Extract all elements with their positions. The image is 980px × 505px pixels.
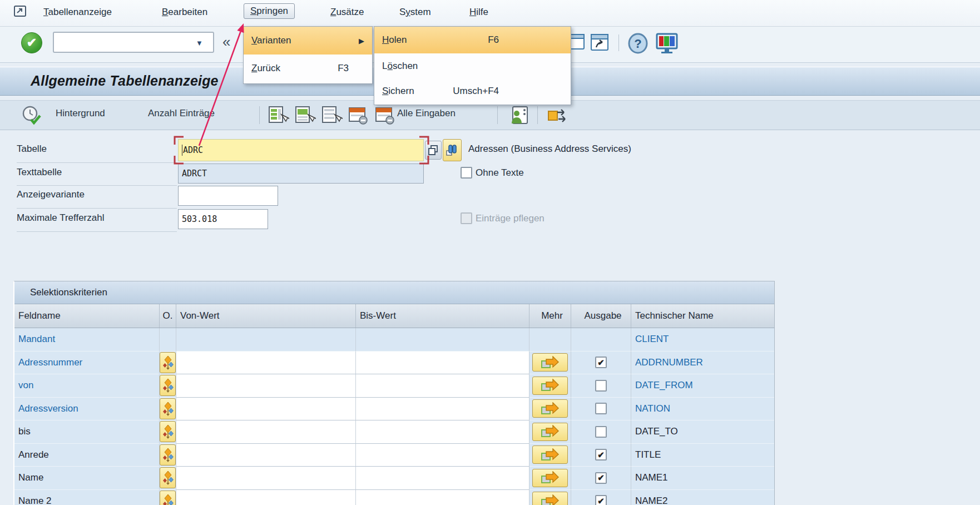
delete-selection-icon[interactable] (348, 106, 369, 127)
bis-wert-input[interactable] (356, 490, 529, 505)
von-wert-input[interactable] (176, 374, 356, 398)
menu-item-zurueck[interactable]: Zurück F3 (244, 55, 372, 82)
selection-options-button[interactable] (160, 421, 176, 442)
output-checkbox[interactable]: ✔ (595, 357, 607, 368)
menu-zusaetze[interactable]: Zusätze (327, 5, 367, 19)
menu-item-varianten[interactable]: Varianten ▶ (244, 27, 372, 55)
technical-name-cell: ADDRNUMBER (631, 351, 774, 375)
bis-wert-input[interactable] (356, 398, 529, 421)
menu-system[interactable]: System (396, 5, 434, 19)
tabelle-label: Tabelle (17, 143, 47, 155)
delete-all-selections-icon[interactable] (375, 106, 396, 127)
group-header: Selektionskriterien (14, 281, 774, 304)
anzeigevariante-input[interactable] (178, 186, 278, 206)
menu-tabellenanzeige[interactable]: Tabellenanzeige (40, 5, 115, 19)
bis-wert-input[interactable] (356, 444, 529, 467)
toolbar-separator (259, 106, 260, 124)
enter-button[interactable]: ✔ (21, 32, 42, 53)
select-all-icon[interactable] (268, 106, 289, 127)
bis-wert-input[interactable] (356, 374, 529, 398)
execute-with-schedule-icon[interactable] (21, 105, 42, 127)
select-block-icon[interactable] (295, 106, 316, 127)
von-wert-input (176, 328, 356, 351)
option-cell (160, 351, 176, 375)
command-dropdown-icon[interactable]: ▼ (196, 39, 203, 47)
bis-wert-input[interactable] (356, 351, 529, 375)
von-wert-input[interactable] (176, 467, 356, 490)
ohne-texte-checkbox[interactable] (461, 167, 472, 179)
output-checkbox[interactable]: ✔ (595, 472, 607, 484)
max-trefferzahl-input[interactable] (178, 209, 268, 229)
anzahl-eintraege-button[interactable]: Anzahl Einträge (148, 108, 215, 119)
selection-options-button[interactable] (160, 398, 176, 419)
menu-item-sichern[interactable]: Sichern Umsch+F4 (374, 78, 571, 103)
menu-bearbeiten[interactable]: Bearbeiten (159, 5, 211, 19)
menu-shortcut: Umsch+F4 (453, 86, 499, 97)
menu-item-loeschen[interactable]: Löschen (374, 53, 571, 78)
row-separator (17, 162, 177, 163)
command-field[interactable] (53, 32, 214, 53)
output-checkbox[interactable] (595, 380, 607, 392)
technical-name-cell: TITLE (631, 444, 774, 467)
von-wert-input[interactable] (176, 420, 356, 444)
multiple-selection-button[interactable] (532, 445, 568, 464)
tabelle-input[interactable]: ADRC (178, 139, 424, 161)
menu-item-label: S (382, 86, 388, 96)
texttabelle-value: ADRCT (182, 169, 207, 179)
output-cell: ✔ (571, 444, 631, 467)
technical-name-cell: DATE_FROM (631, 374, 774, 398)
option-cell (160, 398, 176, 421)
von-wert-input[interactable] (176, 490, 356, 505)
multiple-selection-button[interactable] (532, 377, 568, 395)
user-parameters-icon[interactable] (509, 106, 532, 128)
find-table-button[interactable] (443, 139, 462, 161)
help-icon[interactable]: ? (627, 32, 649, 55)
col-header-option: O. (160, 304, 176, 328)
output-checkbox[interactable]: ✔ (595, 449, 607, 461)
deselect-all-icon[interactable] (321, 106, 343, 127)
multiple-selection-button[interactable] (532, 353, 568, 372)
menu-item-holen[interactable]: Holen F6 (374, 27, 571, 53)
multiple-selection-button[interactable] (532, 399, 568, 418)
selection-options-button[interactable] (160, 375, 176, 396)
alle-eingaben-button[interactable]: Alle Eingaben (397, 108, 456, 119)
menu-label: stem (410, 7, 431, 17)
menu-label: S (399, 7, 405, 17)
selection-options-button[interactable] (160, 444, 176, 466)
von-wert-input[interactable] (176, 398, 356, 421)
von-wert-input[interactable] (176, 444, 356, 467)
output-checkbox[interactable]: ✔ (595, 495, 607, 505)
von-wert-input[interactable] (176, 351, 356, 375)
eintraege-pflegen-checkbox (461, 212, 472, 224)
output-checkbox[interactable] (595, 403, 607, 414)
multiple-selection-button[interactable] (532, 492, 568, 505)
tabelle-value: ADRC (183, 145, 203, 155)
customize-layout-icon[interactable] (655, 32, 679, 55)
menu-label: earbeiten (168, 7, 207, 17)
text-cursor (182, 145, 182, 156)
bis-wert-input[interactable] (356, 420, 529, 444)
binoculars-icon (446, 144, 459, 156)
possible-entries-button[interactable] (425, 141, 442, 160)
multiple-selection-button[interactable] (532, 423, 568, 441)
hintergrund-button[interactable]: Hintergrund (56, 108, 105, 119)
multiple-selection-icon (541, 379, 560, 392)
selection-options-button[interactable] (160, 491, 176, 505)
menu-label: S (250, 6, 256, 16)
collapse-toolbar-icon[interactable]: « (222, 33, 230, 51)
multiple-selection-icon (541, 494, 560, 505)
menu-item-label: H (382, 34, 389, 45)
toolbar-separator (497, 106, 498, 124)
selection-options-button[interactable] (160, 352, 176, 373)
transport-icon[interactable] (546, 106, 568, 128)
selection-options-icon (162, 355, 174, 370)
multiple-selection-button[interactable] (532, 469, 568, 487)
menu-item-label: ö (387, 61, 392, 71)
output-checkbox[interactable] (595, 426, 607, 438)
eintraege-pflegen-label: Einträge pflegen (476, 213, 545, 224)
bis-wert-input[interactable] (356, 467, 529, 490)
create-shortcut-icon[interactable] (590, 32, 610, 55)
menu-springen[interactable]: Springen (244, 3, 295, 19)
selection-options-button[interactable] (160, 467, 176, 488)
menu-hilfe[interactable]: Hilfe (466, 5, 492, 19)
